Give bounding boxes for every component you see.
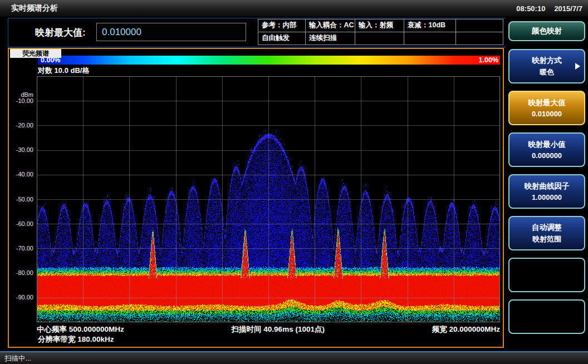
info-cell [456,32,503,46]
amplitude-scale-label: 对数 10.0 dB/格 [38,66,89,76]
softkey-sidebar: 颜色映射映射方式暖色映射最大值0.010000映射最小值0.000000映射曲线… [506,17,588,351]
y-axis-tick: -60.00 [9,220,33,227]
y-axis-tick: -80.00 [9,269,33,276]
info-cell: 输入：射频 [355,19,404,32]
clock-date: 2015/7/7 [554,4,582,13]
title-bar: 实时频谱分析 08:50:10 2015/7/7 [0,0,588,17]
softkey-label: 自动调整 [532,223,562,233]
info-cell [456,19,503,32]
softkey-映射曲线因子[interactable]: 映射曲线因子1.000000 [508,174,585,209]
softkey-label: 映射方式 [532,56,562,66]
y-axis-tick: -90.00 [9,294,33,301]
softkey-label: 映射最大值 [528,98,566,108]
softkey-value: 1.000000 [532,193,562,201]
softkey-自动调整[interactable]: 自动调整映射范围 [508,216,585,250]
parameter-input[interactable]: 0.010000 [96,23,246,41]
y-axis-tick: -10.00 [9,97,33,104]
info-cell: 输入耦合：AC [306,19,355,32]
colorbar-max-label: 1.00% [479,56,498,65]
info-cell: 衰减：10dB [404,19,456,32]
sweep-time-readout: 扫描时间 40.96ms (1001点) [232,324,325,335]
softkey-value: 映射范围 [532,234,561,244]
softkey-blank[interactable] [508,299,585,334]
y-axis-tick: -50.00 [9,196,33,203]
info-cell: 连续扫描 [306,32,355,46]
y-axis-tick: -70.00 [9,245,33,252]
status-text: 扫描中... [4,354,31,363]
info-cell: 自由触发 [258,32,306,46]
y-axis-labels: dBm-10.00-20.00-30.00-40.00-50.00-60.00-… [9,76,35,322]
sweep-readout-row: 中心频率 500.000000MHz 扫描时间 40.96ms (1001点) … [37,324,500,335]
softkey-颜色映射[interactable]: 颜色映射 [508,21,585,41]
info-cell [404,32,456,46]
density-colorbar: 0.00% 1.00% [38,56,500,65]
softkey-label: 颜色映射 [532,26,562,36]
span-readout: 频宽 20.000000MHz [432,324,500,335]
softkey-映射最小值[interactable]: 映射最小值0.000000 [508,132,585,167]
app-title: 实时频谱分析 [11,3,58,13]
parameter-input-value: 0.010000 [102,27,141,38]
spectrum-display [37,76,500,322]
tab-persistence-spectrum[interactable]: 荧光频谱 [10,49,61,58]
submenu-arrow-icon [575,63,580,70]
rbw-readout: 分辨率带宽 180.00kHz [38,335,114,345]
y-axis-tick: -40.00 [9,171,33,178]
instrument-screen: { "window": { "title": "实时频谱分析", "time":… [0,0,588,364]
parameter-bar: 映射最大值: 0.010000 参考：内部输入耦合：AC输入：射频衰减：10dB… [8,18,582,47]
spectrum-panel: 荧光频谱 0.00% 1.00% 对数 10.0 dB/格 dBm-10.00-… [8,48,504,348]
info-cell: 参考：内部 [258,19,306,32]
active-parameter-label: 映射最大值: [35,18,86,47]
info-cell [355,32,404,46]
softkey-映射方式[interactable]: 映射方式暖色 [508,49,585,83]
softkey-value: 暖色 [540,67,554,77]
center-frequency-readout: 中心频率 500.000000MHz [37,324,124,335]
softkey-value: 0.010000 [532,110,562,118]
softkey-blank[interactable] [508,258,585,292]
settings-readout-table: 参考：内部输入耦合：AC输入：射频衰减：10dB自由触发连续扫描 [258,19,503,45]
softkey-映射最大值[interactable]: 映射最大值0.010000 [508,91,585,125]
y-axis-tick: -20.00 [9,122,33,129]
softkey-label: 映射曲线因子 [525,181,570,191]
y-axis-tick: -30.00 [9,146,33,153]
clock-time: 08:50:10 [516,4,545,13]
status-bar: 扫描中... [0,351,588,364]
softkey-label: 映射最小值 [528,140,566,150]
softkey-value: 0.000000 [532,151,562,160]
